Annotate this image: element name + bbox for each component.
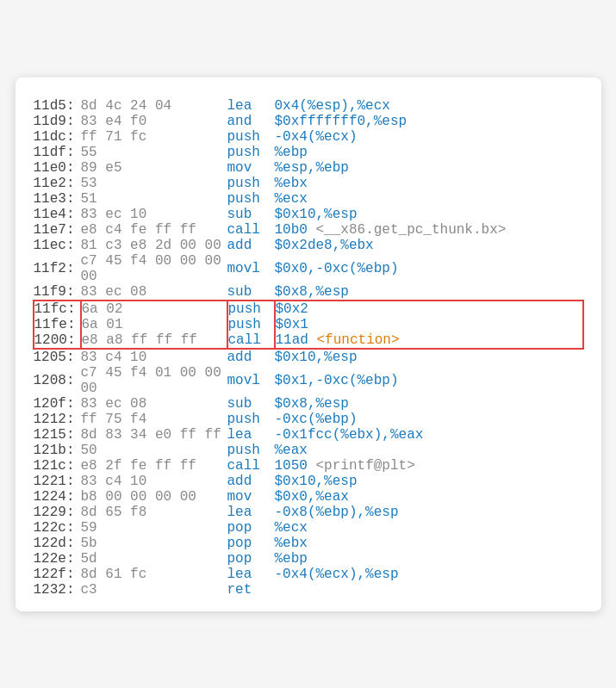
table-row: 11dc:ff 71 fcpush-0x4(%ecx) — [34, 129, 583, 145]
col-bytes: 5d — [81, 551, 227, 567]
col-mnem: ret — [227, 582, 275, 598]
table-row: 11e7:e8 c4 fe ff ffcall10b0 <__x86.get_p… — [34, 222, 583, 238]
col-operand: -0x1fcc(%ebx),%eax — [275, 427, 583, 443]
col-addr: 122f: — [34, 567, 81, 582]
col-addr: 122c: — [34, 520, 81, 536]
col-addr: 11e3: — [34, 191, 81, 207]
table-row: 11d9:83 e4 f0and$0xfffffff0,%esp — [34, 114, 583, 129]
col-bytes: 81 c3 e8 2d 00 00 — [81, 238, 227, 253]
col-operand: -0xc(%ebp) — [275, 412, 583, 427]
col-mnem: mov — [227, 489, 275, 505]
col-addr: 11fc: — [34, 301, 81, 317]
col-addr: 1232: — [34, 582, 81, 598]
col-mnem: sub — [227, 207, 275, 222]
col-mnem: push — [227, 412, 275, 427]
col-bytes: 8d 65 f8 — [81, 505, 227, 520]
table-row: 122f:8d 61 fclea-0x4(%ecx),%esp — [34, 567, 583, 582]
col-bytes: e8 a8 ff ff ff — [81, 332, 227, 349]
col-mnem: lea — [227, 98, 275, 114]
table-row: 120f:83 ec 08sub$0x8,%esp — [34, 396, 583, 412]
col-bytes: 83 c4 10 — [81, 349, 227, 365]
table-row: 1200:e8 a8 ff ff ffcall11ad <function> — [34, 332, 583, 349]
table-row: 122e:5dpop%ebp — [34, 551, 583, 567]
table-row: 11df:55push%ebp — [34, 145, 583, 160]
table-row: 1221:83 c4 10add$0x10,%esp — [34, 474, 583, 489]
col-mnem: sub — [227, 396, 275, 412]
col-mnem: add — [227, 474, 275, 489]
col-bytes: ff 71 fc — [81, 129, 227, 145]
table-row: 1212:ff 75 f4push-0xc(%ebp) — [34, 412, 583, 427]
col-addr: 1224: — [34, 489, 81, 505]
col-mnem: push — [227, 317, 275, 332]
col-mnem: push — [227, 145, 275, 160]
col-addr: 11e2: — [34, 176, 81, 191]
col-operand: $0x10,%esp — [275, 349, 583, 365]
col-operand: %ecx — [275, 191, 583, 207]
col-addr: 1200: — [34, 332, 81, 349]
col-bytes: 50 — [81, 443, 227, 458]
table-row: 121c:e8 2f fe ff ffcall1050 <printf@plt> — [34, 458, 583, 474]
col-operand: $0x0,-0xc(%ebp) — [275, 253, 583, 284]
col-operand: $0x10,%esp — [275, 207, 583, 222]
col-mnem: push — [227, 176, 275, 191]
col-bytes: 8d 4c 24 04 — [81, 98, 227, 114]
table-row: 1224:b8 00 00 00 00mov$0x0,%eax — [34, 489, 583, 505]
col-bytes: 83 ec 08 — [81, 284, 227, 301]
col-addr: 11fe: — [34, 317, 81, 332]
col-mnem: lea — [227, 567, 275, 582]
col-bytes: e8 c4 fe ff ff — [81, 222, 227, 238]
col-addr: 11e0: — [34, 160, 81, 176]
col-bytes: 59 — [81, 520, 227, 536]
table-row: 11d5:8d 4c 24 04lea0x4(%esp),%ecx — [34, 98, 583, 114]
table-row: 121b:50push%eax — [34, 443, 583, 458]
col-operand: $0x8,%esp — [275, 284, 583, 301]
col-bytes: e8 2f fe ff ff — [81, 458, 227, 474]
col-bytes: b8 00 00 00 00 — [81, 489, 227, 505]
col-bytes: 83 e4 f0 — [81, 114, 227, 129]
table-row: 11e2:53push%ebx — [34, 176, 583, 191]
col-mnem: lea — [227, 427, 275, 443]
col-bytes: 8d 83 34 e0 ff ff — [81, 427, 227, 443]
col-bytes: 53 — [81, 176, 227, 191]
col-addr: 121c: — [34, 458, 81, 474]
table-row: 1205:83 c4 10add$0x10,%esp — [34, 349, 583, 365]
col-operand: $0x1 — [275, 317, 583, 332]
table-row: 11f2:c7 45 f4 00 00 00 00movl$0x0,-0xc(%… — [34, 253, 583, 284]
col-addr: 1205: — [34, 349, 81, 365]
col-operand: -0x4(%ecx) — [275, 129, 583, 145]
table-row: 11fc:6a 02push$0x2 — [34, 301, 583, 317]
table-row: 11e3:51push%ecx — [34, 191, 583, 207]
col-mnem: sub — [227, 284, 275, 301]
col-operand: $0x10,%esp — [275, 474, 583, 489]
col-mnem: pop — [227, 551, 275, 567]
col-mnem: call — [227, 458, 275, 474]
col-operand: 1050 <printf@plt> — [275, 458, 583, 474]
table-row: 11fe:6a 01push$0x1 — [34, 317, 583, 332]
col-operand: -0x4(%ecx),%esp — [275, 567, 583, 582]
col-mnem: movl — [227, 365, 275, 396]
table-row: 1208:c7 45 f4 01 00 00 00movl$0x1,-0xc(%… — [34, 365, 583, 396]
table-row: 122c:59pop%ecx — [34, 520, 583, 536]
col-addr: 11dc: — [34, 129, 81, 145]
col-mnem: push — [227, 443, 275, 458]
col-operand: %ebx — [275, 536, 583, 551]
col-operand: $0x8,%esp — [275, 396, 583, 412]
col-addr: 11ec: — [34, 238, 81, 253]
col-mnem: call — [227, 222, 275, 238]
col-addr: 1212: — [34, 412, 81, 427]
col-mnem: push — [227, 191, 275, 207]
col-operand: 0x4(%esp),%ecx — [275, 98, 583, 114]
table-row: 11ec:81 c3 e8 2d 00 00add$0x2de8,%ebx — [34, 238, 583, 253]
col-bytes: 83 ec 10 — [81, 207, 227, 222]
col-mnem: push — [227, 129, 275, 145]
col-operand: $0xfffffff0,%esp — [275, 114, 583, 129]
table-row: 11f9:83 ec 08sub$0x8,%esp — [34, 284, 583, 301]
disasm-table: 11d5:8d 4c 24 04lea0x4(%esp),%ecx11d9:83… — [33, 98, 584, 598]
col-addr: 11e4: — [34, 207, 81, 222]
table-row: 1215:8d 83 34 e0 ff fflea-0x1fcc(%ebx),%… — [34, 427, 583, 443]
table-row: 1232:c3ret — [34, 582, 583, 598]
col-bytes: 8d 61 fc — [81, 567, 227, 582]
col-operand: $0x2de8,%ebx — [275, 238, 583, 253]
col-bytes: 51 — [81, 191, 227, 207]
table-row: 122d:5bpop%ebx — [34, 536, 583, 551]
